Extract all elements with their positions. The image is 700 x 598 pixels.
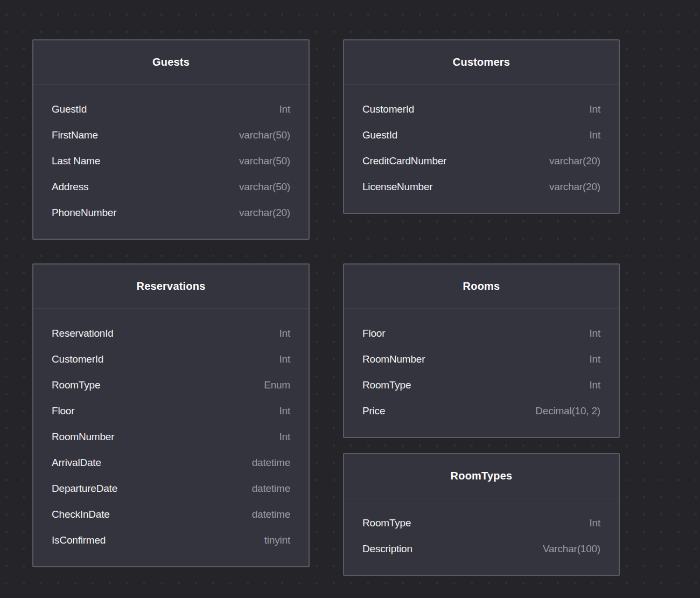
field-name: CreditCardNumber [362, 155, 446, 167]
field-type: Int [589, 328, 600, 339]
table-field-row[interactable]: Floor Int [52, 398, 290, 424]
field-type: datetime [252, 509, 290, 520]
field-type: varchar(50) [239, 155, 290, 167]
field-type: varchar(20) [549, 181, 600, 193]
table-field-list: Floor Int RoomNumber Int RoomType Int Pr… [344, 309, 619, 437]
field-type: Int [589, 379, 600, 391]
field-type: tinyint [264, 534, 290, 546]
table-header[interactable]: Reservations [33, 265, 309, 309]
field-name: Floor [362, 328, 385, 339]
field-name: CustomerId [362, 103, 414, 115]
field-type: Int [589, 129, 600, 141]
table-node-reservations[interactable]: Reservations ReservationId Int CustomerI… [32, 263, 310, 567]
field-name: RoomNumber [362, 353, 425, 365]
field-type: Int [589, 103, 600, 115]
field-name: CheckInDate [52, 509, 110, 520]
table-field-row[interactable]: DepartureDate datetime [52, 476, 290, 502]
field-type: Int [279, 103, 290, 115]
field-name: Floor [52, 405, 74, 417]
table-field-row[interactable]: RoomType Int [362, 372, 600, 398]
table-field-row[interactable]: IsConfirmed tinyint [52, 527, 290, 553]
diagram-canvas[interactable]: Guests GuestId Int FirstName varchar(50)… [0, 0, 700, 598]
table-field-row[interactable]: Last Name varchar(50) [52, 148, 290, 174]
field-type: Int [279, 353, 290, 365]
table-title: Guests [152, 56, 190, 68]
table-field-row[interactable]: Address varchar(50) [52, 174, 290, 200]
field-name: RoomNumber [52, 431, 114, 443]
field-type: varchar(20) [549, 155, 600, 167]
table-field-list: RoomType Int Description Varchar(100) [344, 498, 619, 575]
table-field-row[interactable]: RoomNumber Int [362, 346, 600, 372]
field-name: IsConfirmed [52, 534, 106, 546]
field-type: Int [279, 405, 290, 417]
field-name: GuestId [52, 103, 87, 115]
table-field-list: ReservationId Int CustomerId Int RoomTyp… [33, 309, 309, 566]
table-header[interactable]: RoomTypes [344, 454, 619, 498]
table-header[interactable]: Guests [33, 40, 309, 85]
field-name: PhoneNumber [52, 207, 116, 219]
table-field-row[interactable]: GuestId Int [362, 122, 600, 148]
field-type: varchar(50) [239, 129, 290, 141]
table-title: Customers [453, 56, 510, 68]
table-field-row[interactable]: LicenseNumber varchar(20) [362, 174, 600, 200]
table-title: Rooms [463, 280, 500, 293]
field-type: Enum [264, 379, 290, 391]
table-field-row[interactable]: RoomNumber Int [52, 424, 290, 450]
table-field-row[interactable]: ReservationId Int [52, 321, 290, 346]
field-name: LicenseNumber [362, 181, 432, 193]
table-field-row[interactable]: ArrivalDate datetime [52, 450, 290, 476]
table-title: RoomTypes [451, 470, 513, 482]
table-field-row[interactable]: Price Decimal(10, 2) [362, 398, 600, 424]
field-name: GuestId [362, 129, 397, 141]
table-field-list: GuestId Int FirstName varchar(50) Last N… [33, 85, 309, 239]
field-type: varchar(50) [239, 181, 290, 193]
field-type: Decimal(10, 2) [535, 405, 600, 417]
field-name: RoomType [362, 517, 411, 529]
table-node-rooms[interactable]: Rooms Floor Int RoomNumber Int RoomType … [343, 263, 620, 438]
table-field-list: CustomerId Int GuestId Int CreditCardNum… [344, 85, 619, 213]
table-field-row[interactable]: CreditCardNumber varchar(20) [362, 148, 600, 174]
field-name: DepartureDate [52, 483, 117, 495]
table-field-row[interactable]: PhoneNumber varchar(20) [52, 200, 290, 226]
field-name: ReservationId [52, 328, 114, 339]
field-name: Price [362, 405, 385, 417]
table-field-row[interactable]: CheckInDate datetime [52, 502, 290, 527]
table-header[interactable]: Rooms [344, 265, 619, 309]
field-type: Int [279, 431, 290, 443]
table-field-row[interactable]: Description Varchar(100) [362, 536, 600, 562]
field-name: Description [362, 543, 412, 555]
table-field-row[interactable]: Floor Int [362, 321, 600, 346]
table-node-customers[interactable]: Customers CustomerId Int GuestId Int Cre… [343, 39, 620, 214]
field-name: FirstName [52, 129, 98, 141]
field-type: varchar(20) [239, 207, 290, 219]
field-name: CustomerId [52, 353, 103, 365]
field-name: Last Name [52, 155, 100, 167]
field-name: Address [52, 181, 88, 193]
field-type: Int [589, 353, 600, 365]
field-type: Varchar(100) [543, 543, 600, 555]
field-type: datetime [252, 483, 290, 495]
table-field-row[interactable]: RoomType Int [362, 510, 600, 536]
table-field-row[interactable]: FirstName varchar(50) [52, 122, 290, 148]
table-header[interactable]: Customers [344, 40, 619, 85]
table-field-row[interactable]: GuestId Int [52, 96, 290, 122]
field-type: Int [279, 328, 290, 339]
table-field-row[interactable]: RoomType Enum [52, 372, 290, 398]
table-node-roomtypes[interactable]: RoomTypes RoomType Int Description Varch… [343, 453, 620, 576]
field-name: RoomType [362, 379, 411, 391]
field-type: datetime [252, 457, 290, 469]
table-title: Reservations [136, 280, 205, 293]
table-node-guests[interactable]: Guests GuestId Int FirstName varchar(50)… [32, 39, 310, 240]
table-field-row[interactable]: CustomerId Int [52, 346, 290, 372]
field-name: ArrivalDate [52, 457, 101, 469]
field-type: Int [589, 517, 600, 529]
table-field-row[interactable]: CustomerId Int [362, 96, 600, 122]
field-name: RoomType [52, 379, 100, 391]
